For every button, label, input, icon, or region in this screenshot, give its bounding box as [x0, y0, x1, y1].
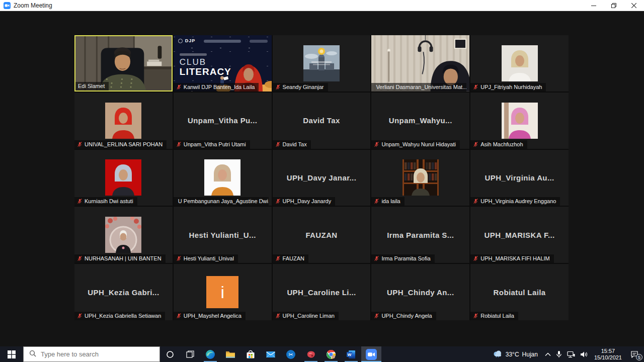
minimize-button[interactable] [584, 0, 604, 11]
muted-mic-icon [176, 141, 182, 147]
participant-tile-david-tax[interactable]: David TaxDavid Tax [273, 93, 371, 149]
search-input[interactable] [41, 350, 141, 358]
participant-tile-seandy-ginanjar[interactable]: Seandy Ginanjar [273, 35, 371, 92]
name-label: FAUZAN [273, 254, 308, 263]
name-label: NURHASANAH | UIN BANTEN [74, 254, 166, 263]
snip-icon[interactable]: ✂ [281, 346, 301, 362]
meeting-gallery: Edi Slamet DJP CLUB LITERACY Kanwil DJP … [0, 11, 644, 346]
participant-photo [502, 103, 538, 139]
zoom-taskbar-icon[interactable] [361, 346, 381, 362]
participant-tile-uph-kezia-gabriella-setiawan[interactable]: UPH_Kezia Gabri...UPH_Kezia Gabriella Se… [74, 264, 173, 320]
start-button[interactable] [0, 346, 23, 362]
participant-photo [403, 159, 439, 196]
muted-mic-icon [473, 198, 478, 204]
muted-mic-icon [176, 255, 182, 261]
muted-mic-icon [473, 255, 478, 261]
weather-icon [493, 350, 503, 359]
name-label: UPJ_Fitriyah Nurhidayah [470, 83, 546, 92]
speaker-icon[interactable] [578, 346, 590, 362]
participant-tile-upj-fitriyah-nurhidayah[interactable]: UPJ_Fitriyah Nurhidayah [470, 35, 569, 92]
name-label: UPH_Virginia Audrey Enggano [470, 197, 560, 206]
weather-temp: 33°C [506, 351, 519, 358]
notification-badge: 5 [636, 354, 642, 360]
muted-mic-icon [77, 255, 83, 261]
participant-tile-irma-paramita-sofia[interactable]: Irma Paramita S...Irma Paramita Sofia [371, 207, 469, 263]
taskbar-clock[interactable]: 15:57 15/10/2021 [590, 346, 626, 362]
participant-photo [303, 45, 340, 81]
participant-tile-kanwil-djp-banten-ida-laila[interactable]: DJP CLUB LITERACY Kanwil DJP Banten_Ida … [174, 35, 272, 92]
participant-tile-u-pembangunan-jaya-agustine-dwi[interactable]: U Pembangunan Jaya_Agustine Dwi... [174, 150, 272, 206]
participant-tile-uph-chindy-angela[interactable]: UPH_Chindy An...UPH_Chindy Angela [371, 264, 469, 320]
clock-time: 15:57 [601, 348, 615, 354]
initial-avatar: i [206, 276, 238, 308]
desktop: Zoom Meeting Edi Slamet DJP CLUB LITERAC… [0, 0, 644, 362]
participant-tile-robiatul-laila[interactable]: Robiatul LailaRobiatul Laila [470, 264, 569, 320]
word-icon[interactable]: W [341, 346, 361, 362]
task-view-icon[interactable] [180, 346, 200, 362]
store-icon[interactable] [240, 346, 261, 362]
participant-tile-uph-mariska-fifi-halim[interactable]: UPH_MARISKA F...UPH_MARISKA FIFI HALIM [470, 207, 569, 263]
taskbar-search-box[interactable] [23, 346, 160, 362]
muted-mic-icon [473, 141, 478, 147]
participant-tile-edi-slamet[interactable]: Edi Slamet [74, 35, 173, 92]
participant-tile-hesti-yulianti-unival[interactable]: Hesti Yulianti_U...Hesti Yulianti_Unival [174, 207, 272, 263]
svg-text:✂: ✂ [288, 351, 293, 357]
name-label: Kurniasih Dwi astuti [74, 197, 137, 206]
participant-tile-kurniasih-dwi-astuti[interactable]: Kurniasih Dwi astuti [74, 150, 173, 206]
chevron-up-icon[interactable] [542, 346, 553, 362]
participant-photo [105, 159, 141, 196]
muted-mic-icon [275, 198, 281, 204]
cortana-icon[interactable] [160, 346, 180, 362]
participant-tile-unival-erlina-sari-pohan[interactable]: UNIVAL_ERLINA SARI POHAN [74, 93, 173, 149]
slide-subtitle-bar [180, 53, 207, 56]
muted-mic-icon [77, 198, 83, 204]
microphone-tray-icon[interactable] [553, 346, 565, 362]
name-label: Unpam_Wahyu Nurul Hidayati [371, 140, 460, 149]
chrome-icon[interactable] [321, 346, 341, 362]
muted-mic-icon [374, 255, 379, 261]
muted-mic-icon [275, 255, 281, 261]
red-app-icon[interactable] [301, 346, 321, 362]
participant-tile-ida-laila[interactable]: ida laila [371, 150, 469, 206]
weather-widget[interactable]: 33°C Hujan [489, 346, 542, 362]
restore-button[interactable] [604, 0, 624, 11]
participant-tile-asih-machfuzhoh[interactable]: Asih Machfuzhoh [470, 93, 569, 149]
weather-condition: Hujan [522, 351, 538, 358]
participant-photo [204, 159, 240, 196]
search-icon [29, 350, 36, 359]
participant-tile-uph-mayshel-angelica[interactable]: iUPH_Mayshel Angelica [174, 264, 272, 320]
slide-title-line1: CLUB [180, 57, 206, 67]
participant-tile-unpam-vitha-putri-utami[interactable]: Unpam_Vitha Pu...Unpam_Vitha Putri Utami [174, 93, 272, 149]
participant-tile-uph-davy-janardy[interactable]: UPH_Davy Janar...UPH_Davy Janardy [273, 150, 371, 206]
svg-text:W: W [348, 352, 352, 357]
participant-tile-nurhasanah-uin-banten[interactable]: NURHASANAH | UIN BANTEN [74, 207, 173, 263]
windows-taskbar: ✂ W 33°C Hujan [0, 346, 644, 362]
participant-photo [105, 103, 141, 139]
participant-tile-unpam-wahyu-nurul-hidayati[interactable]: Unpam_Wahyu...Unpam_Wahyu Nurul Hidayati [371, 93, 469, 149]
participant-tile-uph-caroline-liman[interactable]: UPH_Caroline Li...UPH_Caroline Liman [273, 264, 371, 320]
participant-tile-verliani-dasmaran-universitas-mat[interactable]: Verliani Dasmaran_Universitas Mat... [371, 35, 469, 92]
name-label: UPH_Chindy Angela [371, 312, 436, 320]
name-label: UPH_MARISKA FIFI HALIM [470, 254, 554, 263]
participant-photo [502, 45, 538, 81]
participant-photo [105, 217, 141, 253]
close-button[interactable] [624, 0, 644, 11]
name-label: David Tax [273, 140, 311, 149]
name-label: UPH_Caroline Liman [273, 312, 339, 320]
file-explorer-icon[interactable] [220, 346, 240, 362]
name-label: UPH_Davy Janardy [273, 197, 336, 206]
muted-mic-icon [473, 313, 478, 319]
participant-tile-fauzan[interactable]: FAUZANFAUZAN [273, 207, 371, 263]
action-center-icon[interactable]: 5 [626, 346, 643, 362]
window-titlebar: Zoom Meeting [0, 0, 644, 11]
muted-mic-icon [275, 313, 281, 319]
ethernet-icon[interactable] [565, 346, 578, 362]
participant-tile-uph-virginia-audrey-enggano[interactable]: UPH_Virginia Au...UPH_Virginia Audrey En… [470, 150, 569, 206]
mail-icon[interactable] [261, 346, 281, 362]
slide-corner-text [250, 40, 268, 43]
name-label: UPH_Kezia Gabriella Setiawan [74, 312, 165, 320]
name-label: Edi Slamet [75, 82, 109, 90]
edge-icon[interactable] [200, 346, 220, 362]
name-label: UPH_Mayshel Angelica [174, 312, 246, 320]
name-label: Kanwil DJP Banten_Ida Laila [174, 83, 259, 92]
